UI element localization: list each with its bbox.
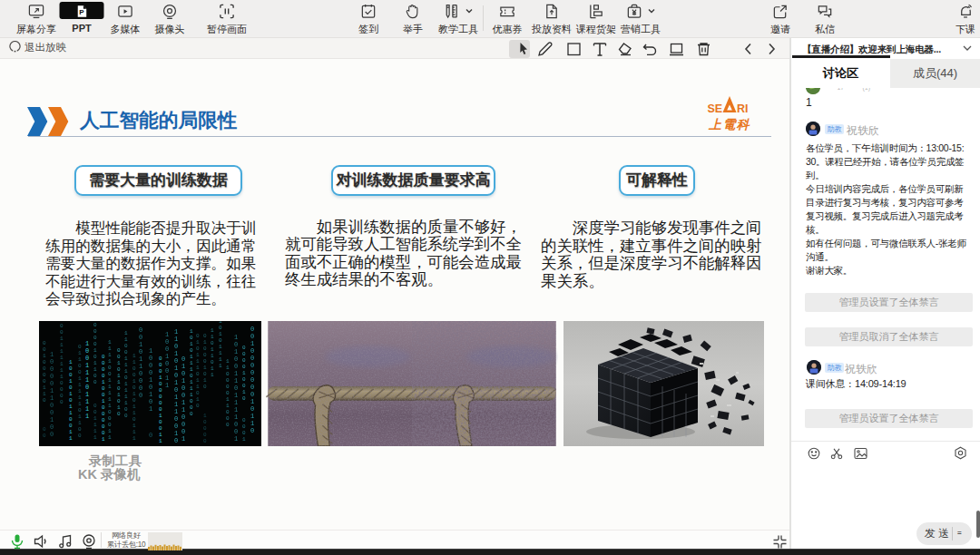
- svg-text:001111: 001111: [93, 403, 97, 441]
- svg-text:P: P: [79, 8, 84, 16]
- svg-text:00: 00: [43, 426, 46, 439]
- svg-text:10101111: 10101111: [219, 321, 222, 369]
- svg-text:RI: RI: [737, 102, 749, 115]
- svg-text:000010010: 000010010: [242, 345, 246, 402]
- svg-text:010001010: 010001010: [203, 333, 207, 390]
- svg-text:上電科: 上電科: [708, 118, 750, 131]
- svg-text:1111001111100011: 1111001111100011: [108, 339, 112, 441]
- svg-text:100001100100: 100001100100: [50, 351, 54, 438]
- svg-text:001000000010110: 001000000010110: [250, 326, 254, 434]
- svg-text:0000101100: 0000101100: [93, 322, 97, 385]
- svg-text:11001110111100: 11001110111100: [124, 330, 128, 419]
- svg-text:SE: SE: [708, 102, 723, 115]
- svg-text:101001101111001: 101001101111001: [234, 334, 238, 443]
- svg-text:00010000010011: 00010000010011: [159, 355, 162, 444]
- svg-text:1101010101110010: 1101010101110010: [174, 328, 178, 444]
- svg-text:0010110000: 0010110000: [139, 326, 142, 399]
- svg-text:11001010110111: 11001010110111: [132, 353, 136, 442]
- svg-text:11011011: 11011011: [211, 327, 214, 378]
- svg-text:010100110001: 010100110001: [181, 355, 185, 443]
- svg-text:0: 0: [149, 432, 152, 439]
- svg-text:11000011000: 11000011000: [226, 358, 230, 428]
- svg-text:10000: 10000: [203, 413, 207, 444]
- svg-text:011001111101100: 011001111101100: [78, 344, 82, 439]
- svg-text:100010101: 100010101: [149, 347, 152, 413]
- svg-text:0010000110: 0010000110: [43, 340, 46, 404]
- svg-text:10010011: 10010011: [165, 331, 169, 389]
- svg-text:0011111110000: 0011111110000: [60, 323, 64, 405]
- svg-text:10101110111000: 10101110111000: [190, 328, 193, 417]
- svg-text:00101101010: 00101101010: [117, 347, 121, 417]
- svg-text:10011101111: 10011101111: [85, 340, 89, 420]
- svg-text:00001001000001: 00001001000001: [102, 354, 105, 443]
- svg-text:0001: 0001: [242, 417, 246, 443]
- svg-text:010111011010: 010111011010: [196, 333, 200, 409]
- svg-text:1001010110011: 1001010110011: [69, 359, 73, 442]
